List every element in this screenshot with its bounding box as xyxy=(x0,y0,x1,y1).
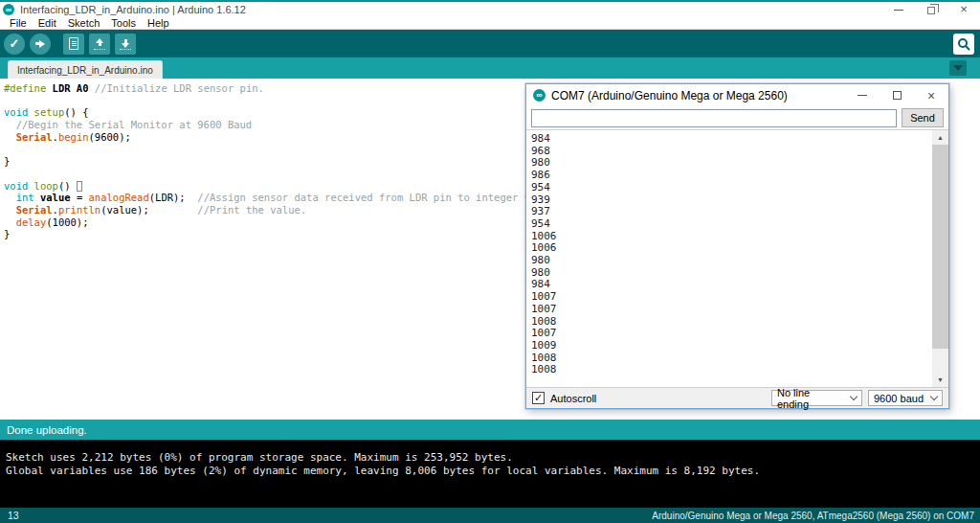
serial-value: 1007 xyxy=(531,328,932,340)
save-button[interactable] xyxy=(115,34,136,55)
scrollbar-thumb[interactable] xyxy=(932,145,948,349)
code-token: println xyxy=(58,204,100,216)
code-token: value xyxy=(40,192,71,203)
status-strip: Done uploading. xyxy=(0,420,980,440)
serial-scrollbar[interactable]: ▲ ▼ xyxy=(932,130,948,387)
serial-value: 1008 xyxy=(531,316,932,329)
serial-title-bar: ∞ COM7 (Arduino/Genuino Mega or Mega 256… xyxy=(526,84,948,106)
cursor-line-number: 13 xyxy=(0,510,19,521)
serial-value: 1007 xyxy=(531,304,932,316)
arduino-logo-icon: ∞ xyxy=(533,89,546,102)
serial-value: 1007 xyxy=(531,291,932,304)
code-token: //Assign sensor data received from LDR p… xyxy=(197,192,554,203)
tab-sketch[interactable]: Interfacing_LDR_in_Arduino.ino xyxy=(8,60,163,79)
close-icon: × xyxy=(960,5,968,14)
serial-output[interactable]: 9849689809869549399379541006100698098098… xyxy=(526,130,932,387)
line-ending-dropdown[interactable]: No line ending xyxy=(771,390,862,406)
code-token: #define xyxy=(4,82,53,94)
menu-sketch[interactable]: Sketch xyxy=(63,17,105,29)
maximize-icon xyxy=(893,91,902,100)
serial-window-controls: × xyxy=(845,84,948,106)
code-token: (LDR); xyxy=(149,192,198,203)
code-token: //Initialize LDR sensor pin. xyxy=(95,82,264,94)
baud-rate-dropdown[interactable]: 9600 baud xyxy=(868,390,943,406)
minimize-button[interactable] xyxy=(882,2,915,17)
footer-bar: 13 Arduino/Genuino Mega or Mega 2560, AT… xyxy=(0,508,980,523)
serial-value: 980 xyxy=(531,157,932,170)
serial-value: 1006 xyxy=(531,242,932,255)
serial-close-button[interactable]: × xyxy=(914,84,948,106)
serial-value: 937 xyxy=(531,206,932,218)
code-token xyxy=(4,192,16,203)
upload-button[interactable] xyxy=(30,34,51,55)
autoscroll-checkbox[interactable]: ✓ xyxy=(532,392,545,404)
serial-value: 1009 xyxy=(531,340,932,352)
code-token: //Print the value. xyxy=(197,204,306,216)
right-arrow-icon xyxy=(35,39,46,49)
restore-button[interactable] xyxy=(915,2,947,17)
tab-label: Interfacing_LDR_in_Arduino.ino xyxy=(17,65,153,76)
baud-rate-value: 9600 baud xyxy=(874,393,924,404)
send-button[interactable]: Send xyxy=(902,108,944,127)
editor-caret xyxy=(77,181,82,192)
serial-value: 984 xyxy=(531,279,932,291)
down-arrow-icon xyxy=(121,38,131,48)
code-token: Serial xyxy=(16,204,53,216)
code-token: (value); xyxy=(100,204,197,216)
serial-maximize-button[interactable] xyxy=(880,84,914,106)
autoscroll-label: Autoscroll xyxy=(550,393,596,404)
scroll-down-button[interactable]: ▼ xyxy=(932,373,948,387)
code-token: (1000); xyxy=(46,216,88,228)
serial-send-input[interactable] xyxy=(531,109,897,127)
toolbar: ✓ xyxy=(0,29,980,57)
code-token xyxy=(4,216,16,228)
scroll-up-button[interactable]: ▲ xyxy=(932,130,948,145)
menu-file[interactable]: File xyxy=(5,17,32,29)
code-token: delay xyxy=(16,216,47,228)
code-token: void xyxy=(4,106,34,118)
menu-edit[interactable]: Edit xyxy=(33,17,61,29)
tab-list-dropdown-button[interactable] xyxy=(949,60,967,76)
serial-input-row: Send xyxy=(526,106,948,129)
code-token: void xyxy=(4,180,34,192)
code-token: //Begin the Serial Monitor at 9600 Baud xyxy=(4,119,252,130)
check-icon: ✓ xyxy=(10,34,20,55)
serial-minimize-button[interactable] xyxy=(845,84,880,106)
code-token: begin xyxy=(58,131,89,143)
window-title: Interfacing_LDR_in_Arduino.ino | Arduino… xyxy=(20,4,246,15)
code-token: int xyxy=(16,192,34,203)
console-line: Global variables use 186 bytes (2%) of d… xyxy=(6,465,974,478)
code-token xyxy=(4,204,16,216)
dotted-base-icon xyxy=(94,49,105,50)
open-button[interactable] xyxy=(89,34,110,55)
code-token: = xyxy=(71,192,89,203)
arduino-logo-icon: ∞ xyxy=(3,4,14,15)
up-arrow-icon xyxy=(95,38,105,48)
menu-bar: FileEditSketchToolsHelp xyxy=(0,17,980,29)
send-label: Send xyxy=(910,112,935,124)
new-sketch-button[interactable] xyxy=(63,34,84,55)
menu-tools[interactable]: Tools xyxy=(106,17,141,29)
code-token: () { xyxy=(64,106,88,118)
magnifier-icon xyxy=(957,37,970,51)
restore-icon xyxy=(927,7,935,14)
dotted-base-icon xyxy=(120,49,131,50)
menu-help[interactable]: Help xyxy=(143,17,174,29)
status-message: Done uploading. xyxy=(7,424,87,436)
serial-value: 986 xyxy=(531,170,932,182)
serial-value: 954 xyxy=(531,218,932,231)
build-console: Sketch uses 2,212 bytes (0%) of program … xyxy=(0,440,980,508)
serial-value: 980 xyxy=(531,255,932,267)
verify-button[interactable]: ✓ xyxy=(4,34,25,55)
board-info: Arduino/Genuino Mega or Mega 2560, ATmeg… xyxy=(652,511,980,521)
serial-value: 939 xyxy=(531,194,932,207)
serial-monitor-button[interactable] xyxy=(953,34,974,55)
chevron-down-icon xyxy=(930,393,938,400)
code-token: () xyxy=(58,180,77,192)
console-line: Sketch uses 2,212 bytes (0%) of program … xyxy=(6,451,974,465)
title-bar: ∞ Interfacing_LDR_in_Arduino.ino | Ardui… xyxy=(0,2,980,17)
serial-value: 984 xyxy=(531,133,932,146)
serial-value: 1006 xyxy=(531,231,932,243)
tab-bar: Interfacing_LDR_in_Arduino.ino xyxy=(0,57,980,79)
close-button[interactable]: × xyxy=(947,2,980,17)
